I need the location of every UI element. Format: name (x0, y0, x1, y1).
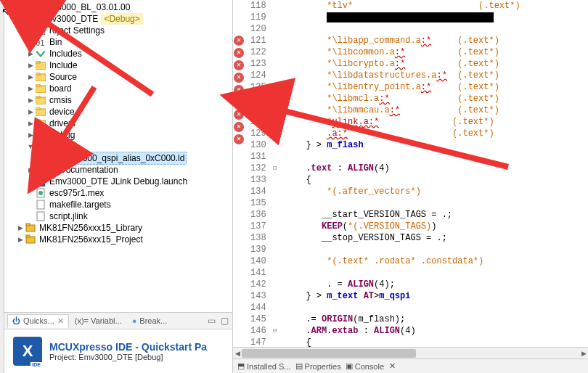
fold-toggle-icon[interactable]: ⊟ (273, 327, 277, 335)
tree-item-folder[interactable]: ▶device (4, 106, 232, 118)
tree-item-folder[interactable]: ▶board (4, 83, 232, 94)
expand-icon[interactable]: ▶ (26, 94, 35, 106)
error-marker-icon[interactable]: ✕ (234, 122, 244, 132)
tree-item-project[interactable]: ▶MK81FN256xxx15_Library (4, 222, 232, 234)
tree-item-folder[interactable]: ▶Z_Documentation (4, 164, 232, 176)
code-line[interactable]: .ARM.extab : ALIGN(4) (285, 325, 588, 337)
code-line[interactable] (285, 244, 588, 255)
code-line[interactable]: *(.after_vectors*) (285, 186, 588, 197)
close-icon[interactable]: ✕ (389, 361, 396, 371)
expand-icon[interactable]: ▶ (26, 106, 35, 118)
code-line[interactable] (285, 267, 588, 279)
tree-item-file[interactable]: esc975r1.mex (4, 187, 232, 199)
scroll-right-icon[interactable]: ▶ (579, 348, 588, 359)
tree-item-folder[interactable]: ▶Source (4, 71, 232, 83)
code-line[interactable]: KEEP(*(.VERSION_TAGS)) (285, 221, 588, 232)
error-marker-icon[interactable]: ✕ (234, 134, 244, 144)
error-marker-icon[interactable]: ✕ (234, 97, 244, 107)
code-line[interactable]: *ulink.a:* (.text*) (285, 116, 588, 128)
project-icon (25, 1, 36, 13)
collapse-icon[interactable]: ▼ (16, 13, 25, 25)
code-line[interactable]: .= ORIGIN(m_flash); (285, 313, 588, 325)
expand-icon[interactable]: ▶ (26, 83, 35, 94)
tree-label: makefile.targets (48, 199, 113, 210)
tree-item-folder[interactable]: ▶drivers (4, 118, 232, 129)
code-line[interactable]: *\libmcl.a:* (.text*) (285, 93, 588, 104)
scroll-left-icon[interactable]: ◀ (233, 348, 242, 359)
expand-icon[interactable]: ▶ (26, 129, 35, 141)
expand-icon[interactable]: ▶ (26, 48, 35, 60)
error-marker-icon[interactable]: ✕ (234, 48, 244, 58)
expand-icon[interactable]: ▶ (26, 164, 35, 176)
expand-icon[interactable]: ▶ (26, 60, 35, 71)
code-line[interactable] (285, 197, 588, 209)
tree-item-folder[interactable]: ▶cmsis (4, 94, 232, 106)
code-line[interactable]: . = ALIGN(4); (285, 279, 588, 290)
minimize-icon[interactable]: ▭ (206, 316, 216, 326)
file-icon (35, 199, 46, 210)
collapse-icon[interactable]: ▼ (26, 141, 35, 152)
expand-icon[interactable]: ▶ (16, 234, 25, 245)
code-line[interactable] (285, 23, 588, 35)
expand-icon[interactable]: ▶ (16, 222, 25, 234)
expand-icon[interactable]: ▶ (16, 1, 25, 13)
close-icon[interactable]: ✕ (57, 316, 64, 326)
error-marker-icon[interactable]: ✕ (234, 110, 244, 120)
tree-item-includes[interactable]: ▶ Includes (4, 48, 232, 60)
tree-item-file-selected[interactable]: 01 Emv3000_qspi_alias_0xC000.ld (4, 152, 232, 164)
tree-item-file[interactable]: JEmv3000_DTE JLink Debug.launch (4, 176, 232, 187)
tree-item-folder[interactable]: ▶Include (4, 60, 232, 71)
code-line[interactable]: { (285, 174, 588, 186)
code-line[interactable]: .text : ALIGN(4) (285, 163, 588, 174)
tab-console[interactable]: ▣Console✕ (346, 361, 396, 371)
error-marker-icon[interactable]: ✕ (234, 36, 244, 46)
tree-item-binaries[interactable]: ▶ 01 Bin (4, 36, 232, 48)
code-editor[interactable]: ✕✕✕✕✕✕✕✕✕ 118119120121122123124125126127… (233, 0, 588, 347)
code-line[interactable]: *\libdatastructures.a:* (.text*) (285, 70, 588, 81)
code-line[interactable] (285, 12, 588, 23)
code-line[interactable]: __start_VERSION_TAGS = .; (285, 209, 588, 221)
maximize-icon[interactable]: ▢ (219, 316, 229, 326)
code-line[interactable]: } > m_text AT>m_qspi (285, 290, 588, 302)
tree-item-project[interactable]: ▶MK81FN256xxx15_Project (4, 234, 232, 245)
error-marker-icon[interactable]: ✕ (234, 60, 244, 70)
code-line[interactable]: { (285, 337, 588, 347)
fold-gutter[interactable]: ⊟⊟ (271, 0, 279, 347)
expand-icon[interactable]: ▶ (26, 36, 35, 48)
code-line[interactable] (285, 302, 588, 313)
code-line[interactable]: *(.text* .rodata* .constdata*) (285, 255, 588, 267)
tab-installed-sdks[interactable]: ⬒Installed S... (237, 361, 291, 371)
tree-item-folder-open[interactable]: ▼scrip (4, 141, 232, 152)
tab-quickstart[interactable]: ⏻ Quicks... ✕ (7, 314, 69, 328)
tab-breakpoints[interactable]: ● Break... (128, 315, 172, 327)
expand-icon[interactable]: ▶ (26, 118, 35, 129)
error-marker-icon[interactable]: ✕ (234, 85, 244, 95)
tab-variables[interactable]: (x)= Variabl... (70, 315, 126, 327)
code-line[interactable]: *\libentry_point.a:* (.text*) (285, 81, 588, 93)
expand-icon[interactable]: ▶ (26, 25, 35, 36)
code-line[interactable]: __stop_VERSION_TAGS = .; (285, 232, 588, 244)
tree-item-project-active[interactable]: ▼ x Emv3000_DTE <Debug> (4, 13, 232, 25)
tree-item-file[interactable]: script.jlink (4, 210, 232, 222)
horizontal-scrollbar[interactable]: ◀ ▶ (233, 347, 588, 358)
code-line[interactable] (285, 151, 588, 163)
tree-item-file[interactable]: makefile.targets (4, 199, 232, 210)
code-line[interactable]: *\libmmcau.a:* (.text*) (285, 104, 588, 116)
tab-properties[interactable]: ▤Properties (295, 361, 341, 371)
code-line[interactable]: *\libcommon.a:* (.text*) (285, 46, 588, 58)
tree-item-settings[interactable]: ▶ roject Settings (4, 25, 232, 36)
code-line[interactable]: .a:* (.text*) (285, 128, 588, 139)
scrollbar-thumb[interactable] (242, 349, 416, 358)
tree-item-folder[interactable]: ▶Debug (4, 129, 232, 141)
expand-icon[interactable]: ▶ (26, 71, 35, 83)
code-line[interactable]: *\libcrypto.a:* (.text*) (285, 58, 588, 70)
line-number: 130 (250, 139, 266, 151)
code-line[interactable]: *tlv* (.text*) (285, 0, 588, 12)
project-tree[interactable]: ▶ Emv3000_BL_03.01.00 ▼ x Emv3000_DTE <D… (4, 0, 232, 312)
error-marker-icon[interactable]: ✕ (234, 73, 244, 83)
code-content[interactable]: *tlv* (.text*) *\libapp_command.a:* (.te… (279, 0, 588, 347)
code-line[interactable]: } > m_flash (285, 139, 588, 151)
tree-item-project[interactable]: ▶ Emv3000_BL_03.01.00 (4, 1, 232, 13)
code-line[interactable]: *\libapp_command.a:* (.text*) (285, 35, 588, 46)
fold-toggle-icon[interactable]: ⊟ (273, 165, 277, 172)
